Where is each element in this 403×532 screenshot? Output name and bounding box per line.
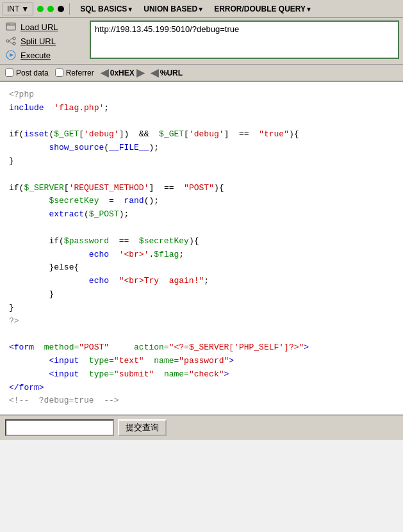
- code-else: }else{: [49, 262, 79, 272]
- split-url-label: Split URL: [21, 36, 56, 46]
- code-show-paren: (: [104, 143, 109, 152]
- url-encode-btn[interactable]: ◀ %URL: [151, 67, 183, 79]
- nav-error-double-arrow: ▼: [306, 6, 312, 13]
- status-dot-1: [37, 6, 44, 12]
- code-brk6: ]: [149, 183, 154, 193]
- code-type1-val: "text": [114, 356, 144, 366]
- code-flag: $flag: [154, 250, 179, 259]
- code-method-attr: method=: [44, 343, 79, 352]
- code-comment: <!-- ?debug=true -->: [9, 396, 119, 405]
- code-input1: <input: [49, 356, 79, 366]
- code-try-again: "<br>Try again!": [119, 276, 204, 286]
- code-brace6: }: [9, 303, 14, 312]
- split-url-item[interactable]: Split URL: [4, 35, 87, 47]
- svg-point-5: [13, 42, 15, 45]
- nav-menu: SQL BASICS▼ UNION BASED▼ ERROR/DOUBLE QU…: [75, 3, 400, 15]
- status-dot-3: [58, 6, 64, 12]
- code-brk2: ]): [119, 129, 129, 139]
- code-include: include: [9, 103, 44, 113]
- code-debug-str1: 'debug': [84, 129, 119, 139]
- code-action-val2: ]?>": [284, 343, 304, 352]
- code-brace4: ){: [189, 236, 199, 246]
- url-input[interactable]: http://198.13.45.199:5010/?debug=true: [90, 20, 399, 59]
- bottom-area: 提交查询: [0, 415, 403, 440]
- svg-point-1: [8, 24, 9, 25]
- chevron-down-icon: ▼: [21, 4, 29, 13]
- code-name1: name=: [154, 356, 179, 366]
- nav-sql-basics[interactable]: SQL BASICS▼: [75, 3, 138, 15]
- code-type1: type=: [89, 356, 114, 366]
- code-action-val: "<?=$_SERVER[: [169, 343, 234, 352]
- code-area: <?php include 'flag.php'; if(isset($_GET…: [0, 82, 403, 415]
- svg-point-4: [13, 37, 15, 40]
- referrer-checkbox[interactable]: [55, 69, 63, 77]
- code-form-close-tag: >: [304, 343, 309, 352]
- code-type2-val: "submit": [114, 369, 154, 379]
- code-secretkey2: $secretKey: [139, 236, 189, 246]
- code-brk5: [: [64, 183, 69, 193]
- hex-arrow-left: ◀: [101, 67, 108, 79]
- code-brk3: [: [184, 129, 189, 139]
- code-brk4: ]: [224, 129, 229, 139]
- code-type2: type=: [89, 369, 114, 379]
- code-rand: rand: [124, 196, 144, 206]
- nav-sql-basics-label: SQL BASICS: [80, 4, 127, 13]
- hex-label: 0xHEX: [110, 69, 135, 77]
- code-isset: isset: [24, 129, 49, 139]
- code-brace3: ){: [214, 183, 224, 193]
- code-input1-close: >: [229, 356, 234, 366]
- code-form-open: <form: [9, 343, 34, 352]
- code-secretkey: $secretKey: [49, 196, 99, 206]
- code-brace5: }: [49, 289, 54, 299]
- code-brace1: ){: [289, 129, 299, 139]
- nav-union-based-label: UNION BASED: [144, 4, 197, 13]
- nav-error-double-label: ERROR/DOUBLE QUERY: [214, 4, 306, 13]
- hex-btn[interactable]: ◀ 0xHEX ▶: [101, 67, 144, 79]
- code-if2: if(: [9, 183, 24, 193]
- code-password: $password: [64, 236, 109, 246]
- code-post-str: "POST": [184, 183, 214, 193]
- code-input2-close: >: [224, 369, 229, 379]
- toolbar-sep: [69, 3, 70, 15]
- code-brace2: }: [9, 156, 14, 166]
- code-show-source: show_source: [49, 143, 104, 152]
- code-br1: '<br>': [119, 250, 149, 259]
- nav-union-based-arrow: ▼: [197, 6, 204, 13]
- code-extract: extract: [49, 209, 84, 219]
- bottom-input[interactable]: [5, 419, 114, 436]
- code-server: $_SERVER: [24, 183, 63, 193]
- svg-point-2: [9, 24, 10, 25]
- nav-union-based[interactable]: UNION BASED▼: [138, 3, 209, 15]
- post-data-option: Post data: [5, 69, 49, 77]
- load-url-item[interactable]: Load URL: [4, 20, 87, 33]
- code-echo2: echo: [89, 276, 109, 286]
- code-post: $_POST: [89, 209, 119, 219]
- code-flag-include: 'flag.php': [54, 103, 104, 113]
- split-url-icon: [5, 35, 17, 47]
- code-get-debug1: $_GET: [54, 129, 79, 139]
- referrer-label: Referrer: [66, 69, 94, 77]
- code-form-end: </form>: [9, 383, 44, 392]
- code-show-paren2: );: [149, 143, 159, 152]
- int-dropdown[interactable]: INT ▼: [3, 3, 33, 15]
- php-open: <?php: [9, 90, 34, 99]
- nav-error-double[interactable]: ERROR/DOUBLE QUERY▼: [209, 3, 317, 15]
- code-file: __FILE__: [109, 143, 149, 152]
- referrer-option: Referrer: [55, 69, 94, 77]
- execute-item[interactable]: Execute: [4, 49, 87, 61]
- code-brk1: [: [79, 129, 84, 139]
- url-label: %URL: [160, 69, 183, 77]
- post-data-checkbox[interactable]: [5, 69, 13, 77]
- load-url-label: Load URL: [21, 22, 58, 32]
- options-row: Post data Referrer ◀ 0xHEX ▶ ◀ %URL: [0, 65, 403, 82]
- submit-button[interactable]: 提交查询: [118, 419, 167, 436]
- code-php-self: 'PHP_SELF': [234, 343, 284, 352]
- code-debug-str2: 'debug': [189, 129, 224, 139]
- code-true-str: "true": [259, 129, 289, 139]
- url-actions: Load URL Split URL Execute: [4, 20, 87, 61]
- svg-marker-7: [10, 53, 13, 57]
- load-url-icon: [5, 21, 17, 33]
- code-echo1: echo: [89, 250, 109, 259]
- post-data-label: Post data: [16, 69, 49, 77]
- code-if3: if(: [49, 236, 63, 246]
